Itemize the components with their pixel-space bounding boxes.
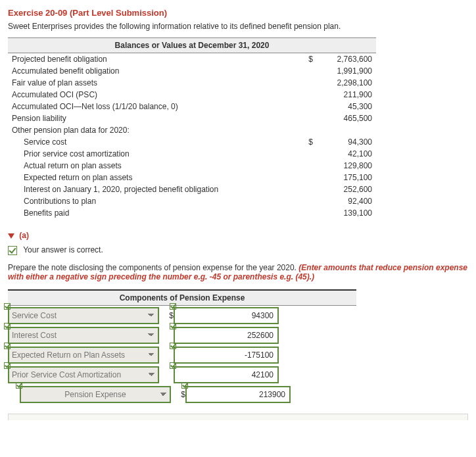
row-label: Expected return on plan assets [8,172,304,183]
component-select[interactable]: Service Cost [8,307,159,324]
currency-symbol [304,77,317,89]
row-label: Actual return on plan assets [8,160,304,172]
row-value: 42,100 [317,148,376,160]
row-label: Accumulated benefit obligation [8,65,304,77]
currency-symbol [304,195,317,207]
check-icon [4,362,11,369]
currency-symbol [304,124,317,136]
table-row: Accumulated OCI—Net loss (1/1/20 balance… [8,101,376,112]
dollar-sign: $ [163,311,174,320]
row-label: Fair value of plan assets [8,77,304,89]
footer-bar [8,414,468,420]
table-row: Prior service cost amortization42,100 [8,148,376,160]
row-value: 94,300 [317,136,376,148]
exercise-title: Exercise 20-09 (Part Level Submission) [8,8,468,18]
part-a-header[interactable]: (a) [8,231,468,240]
row-label: Prior service cost amortization [8,148,304,160]
check-icon [4,323,11,329]
table-row: Other pension plan data for 2020: [8,124,376,136]
check-icon [8,246,17,255]
row-label: Accumulated OCI—Net loss (1/1/20 balance… [8,101,304,112]
row-label: Contributions to plan [8,195,304,207]
answer-table: Components of Pension Expense Service Co… [8,289,356,404]
table-row: Actual return on plan assets129,800 [8,160,376,172]
balances-header: Balances or Values at December 31, 2020 [8,38,376,53]
amount-input[interactable] [174,347,279,364]
row-value: 139,100 [317,207,376,219]
answer-row: Interest Cost [8,325,356,345]
table-row: Accumulated OCI (PSC)211,900 [8,89,376,101]
table-row: Interest on January 1, 2020, projected b… [8,183,376,195]
row-label: Service cost [8,136,304,148]
amount-input[interactable] [174,327,279,344]
row-label: Interest on January 1, 2020, projected b… [8,183,304,195]
table-row: Benefits paid139,100 [8,207,376,219]
table-row: Projected benefit obligation$2,763,600 [8,53,376,66]
check-icon [170,323,176,329]
currency-symbol [304,89,317,101]
balances-table: Balances or Values at December 31, 2020 … [8,37,376,219]
table-row: Accumulated benefit obligation1,991,900 [8,65,376,77]
table-row: Pension liability465,500 [8,112,376,124]
answer-row: Pension Expense$ [8,385,356,404]
row-value: 211,900 [317,89,376,101]
currency-symbol [304,148,317,160]
row-value: 2,763,600 [317,53,376,66]
currency-symbol [304,101,317,112]
row-value: 129,800 [317,160,376,172]
row-value [317,124,376,136]
row-value: 2,298,100 [317,77,376,89]
table-row: Service cost$94,300 [8,136,376,148]
row-label: Accumulated OCI (PSC) [8,89,304,101]
component-select[interactable]: Interest Cost [8,327,159,344]
component-select[interactable]: Expected Return on Plan Assets [8,347,159,364]
row-label: Other pension plan data for 2020: [8,124,304,136]
row-value: 465,500 [317,112,376,124]
part-a-label: (a) [19,231,29,240]
component-select[interactable]: Prior Service Cost Amortization [8,366,159,383]
check-icon [181,382,188,389]
dollar-sign: $ [175,390,185,399]
answer-status: Your answer is correct. [8,245,468,255]
row-label: Benefits paid [8,207,304,219]
answer-row: Expected Return on Plan Assets [8,345,356,365]
row-value: 252,600 [317,183,376,195]
currency-symbol: $ [304,53,317,66]
check-icon [4,343,11,349]
answer-row: Service Cost$ [8,306,356,325]
currency-symbol [304,112,317,124]
currency-symbol [304,172,317,183]
check-icon [170,303,176,310]
amount-input[interactable] [174,366,279,383]
check-icon [16,382,22,389]
exercise-intro: Sweet Enterprises provides the following… [8,22,468,31]
instructions: Prepare the note disclosing the componen… [8,263,468,281]
check-icon [170,343,176,349]
currency-symbol: $ [304,136,317,148]
amount-input[interactable] [174,307,279,324]
table-row: Expected return on plan assets175,100 [8,172,376,183]
row-label: Pension liability [8,112,304,124]
table-row: Contributions to plan92,400 [8,195,376,207]
row-value: 45,300 [317,101,376,112]
table-row: Fair value of plan assets2,298,100 [8,77,376,89]
answer-table-header: Components of Pension Expense [8,291,356,306]
check-icon [170,362,176,369]
correct-text: Your answer is correct. [23,245,103,254]
row-label: Projected benefit obligation [8,53,304,66]
collapse-icon[interactable] [8,233,14,239]
component-select[interactable]: Pension Expense [20,386,171,403]
row-value: 1,991,900 [317,65,376,77]
row-value: 175,100 [317,172,376,183]
amount-input[interactable] [185,386,291,403]
row-value: 92,400 [317,195,376,207]
currency-symbol [304,160,317,172]
check-icon [4,303,11,310]
currency-symbol [304,183,317,195]
instruction-plain: Prepare the note disclosing the componen… [8,263,298,272]
currency-symbol [304,65,317,77]
currency-symbol [304,207,317,219]
